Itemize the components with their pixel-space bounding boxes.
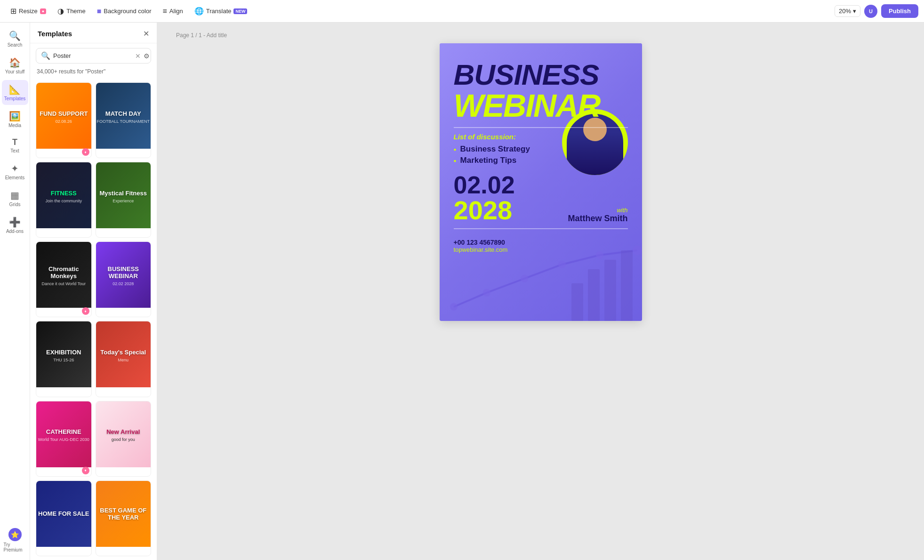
translate-button[interactable]: 🌐 Translate NEW (190, 4, 252, 18)
align-button[interactable]: ≡ Align (158, 4, 188, 18)
template-card-fitness-dark[interactable]: FITNESS Join the community (36, 162, 92, 238)
template-card-sub: THU 15-26 (53, 358, 74, 362)
zoom-control[interactable]: 20% ▾ (835, 5, 860, 17)
poster-website: topwebinar.site.com (454, 246, 628, 253)
template-card-fund-support[interactable]: FUND SUPPORT 02.08.26 (36, 82, 92, 158)
template-card-label: HOME FOR SALE (36, 508, 91, 519)
template-card-label: Today's Special (98, 347, 148, 358)
sidebar-item-label: Templates (4, 96, 26, 101)
svg-rect-6 (571, 283, 583, 321)
sidebar-item-label: Elements (5, 175, 25, 180)
filter-button[interactable]: ⚙ (144, 52, 150, 60)
template-card-catherine[interactable]: CATHERINE World Tour AUG-DEC 2030 (36, 401, 92, 477)
template-card-label: Mystical Fitness (98, 188, 149, 199)
template-card-sub: Menu (118, 358, 129, 362)
premium-badge (82, 148, 89, 156)
avatar: U (864, 5, 877, 18)
chevron-down-icon: ▾ (853, 8, 856, 15)
template-search-input[interactable] (53, 52, 132, 59)
template-card-mystical[interactable]: Mystical Fitness Experience (96, 162, 152, 238)
template-card-sub: Join the community (45, 199, 82, 203)
align-icon: ≡ (163, 7, 167, 16)
translate-badge: NEW (233, 8, 247, 14)
template-card-label: Chromatic Monkeys (36, 264, 91, 281)
elements-icon: ✦ (11, 163, 19, 174)
template-card-sub: 02.02 2028 (112, 281, 134, 286)
template-card-label: FITNESS (49, 188, 79, 199)
close-panel-button[interactable]: ✕ (143, 29, 149, 38)
sidebar-item-label: Search (8, 42, 23, 48)
background-color-button[interactable]: ■ Background color (92, 4, 156, 18)
poster-list: Business Strategy Marketing Tips (454, 144, 628, 165)
templates-grid: FUND SUPPORT 02.08.26 MATCH DAY FOOTBALL… (30, 79, 157, 560)
poster-title-line2: WEBINAR (454, 89, 628, 121)
template-card-best-game[interactable]: BEST GAME OF THE YEAR (96, 480, 152, 556)
align-label: Align (169, 8, 183, 15)
poster-speaker-name: Matthew Smith (568, 214, 627, 224)
translate-icon: 🌐 (194, 7, 204, 16)
sidebar-icons: 🔍 Search 🏠 Your stuff 📐 Templates 🖼️ Med… (0, 23, 30, 560)
premium-icon: ⭐ (8, 528, 22, 541)
svg-point-0 (450, 303, 458, 311)
resize-icon: ⊞ (10, 7, 16, 16)
list-item: Business Strategy (454, 144, 628, 154)
sidebar-item-try-premium[interactable]: ⭐ Try Premium (2, 524, 28, 556)
poster-phone: +00 123 4567890 (454, 239, 628, 246)
template-card-match-day[interactable]: MATCH DAY FOOTBALL TOURNAMENT (96, 82, 152, 158)
sidebar-item-add-ons[interactable]: ➕ Add-ons (2, 213, 28, 238)
template-card-new-arrival[interactable]: New Arrival good for you (96, 401, 152, 477)
sidebar-item-elements[interactable]: ✦ Elements (2, 159, 28, 184)
svg-rect-7 (588, 269, 600, 321)
poster-speaker: with Matthew Smith (568, 207, 627, 224)
templates-panel: Templates ✕ 🔍 ✕ ⚙ 34,000+ results for "P… (30, 23, 157, 560)
template-card-label: BUSINESS WEBINAR (96, 264, 151, 281)
search-icon: 🔍 (41, 51, 50, 60)
clear-search-button[interactable]: ✕ (135, 52, 141, 60)
sidebar-item-media[interactable]: 🖼️ Media (2, 107, 28, 132)
poster[interactable]: BUSINESS WEBINAR List of discussion: Bus… (440, 43, 642, 321)
poster-date-day: 02.02 (454, 173, 515, 197)
poster-with-label: with (568, 207, 627, 214)
poster-divider-bottom (454, 228, 628, 229)
sidebar-item-grids[interactable]: ▦ Grids (2, 186, 28, 211)
template-card-label: New Arrival (104, 426, 142, 437)
translate-label: Translate (206, 8, 232, 15)
template-card-sub: 02.08.26 (56, 119, 72, 124)
background-color-label: Background color (104, 8, 151, 15)
svg-rect-9 (621, 250, 633, 321)
sidebar-item-search[interactable]: 🔍 Search (2, 26, 28, 51)
template-card-sub: World Tour AUG-DEC 2030 (38, 437, 89, 442)
resize-badge: ● (40, 8, 46, 14)
sidebar-item-your-stuff[interactable]: 🏠 Your stuff (2, 53, 28, 78)
sidebar-item-label: Media (8, 123, 21, 128)
main-area: 🔍 Search 🏠 Your stuff 📐 Templates 🖼️ Med… (0, 23, 924, 560)
grids-icon: ▦ (10, 190, 19, 201)
sidebar-item-text[interactable]: T Text (2, 134, 28, 157)
templates-panel-title: Templates (38, 30, 72, 38)
sidebar-item-label: Grids (9, 202, 21, 207)
home-icon: 🏠 (9, 57, 21, 68)
svg-point-5 (633, 246, 642, 255)
sidebar-item-templates[interactable]: 📐 Templates (2, 80, 28, 105)
template-card-chromatic-monkeys[interactable]: Chromatic Monkeys Dance it out World Tou… (36, 241, 92, 317)
background-color-icon: ■ (97, 7, 102, 16)
resize-button[interactable]: ⊞ Resize ● (6, 4, 51, 18)
svg-rect-8 (604, 260, 616, 321)
template-card-label: MATCH DAY (104, 108, 143, 119)
theme-button[interactable]: ◑ Theme (53, 4, 90, 18)
publish-button[interactable]: Publish (881, 4, 918, 18)
template-search-box: 🔍 ✕ ⚙ (36, 48, 151, 64)
premium-badge (82, 307, 89, 315)
template-card-business-webinar[interactable]: BUSINESS WEBINAR 02.02 2028 (96, 241, 152, 317)
text-icon: T (12, 137, 17, 147)
canvas-area: Page 1 / 1 - Add title BUSINESS WEBINAR … (157, 23, 924, 560)
template-card-home-sale[interactable]: HOME FOR SALE (36, 480, 92, 556)
templates-header: Templates ✕ (30, 23, 157, 43)
template-card-label: CATHERINE (44, 426, 83, 437)
sidebar-item-label: Text (10, 148, 19, 153)
template-card-sub: Experience (112, 199, 134, 203)
svg-point-1 (483, 289, 490, 296)
template-card-sub: FOOTBALL TOURNAMENT (97, 119, 150, 124)
template-card-exhibition[interactable]: EXHIBITION THU 15-26 (36, 321, 92, 397)
template-card-special-menu[interactable]: Today's Special Menu (96, 321, 152, 397)
